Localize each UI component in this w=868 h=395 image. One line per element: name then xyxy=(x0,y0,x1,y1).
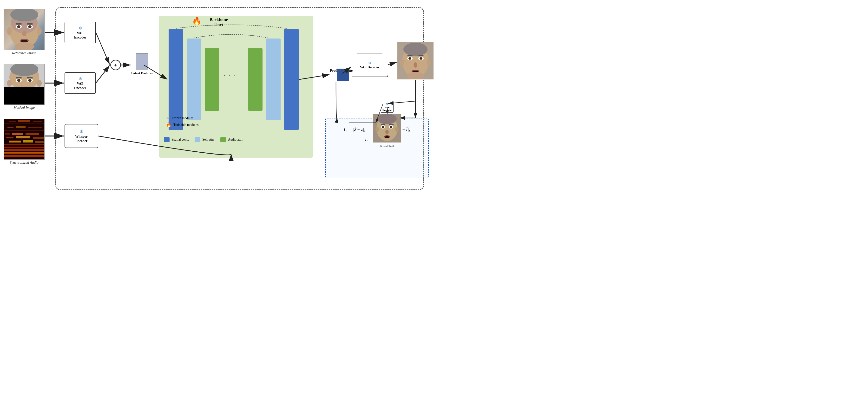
svg-point-25 xyxy=(37,80,42,87)
svg-rect-43 xyxy=(7,127,13,128)
masked-image-img xyxy=(4,64,44,105)
latent-rect xyxy=(136,54,148,70)
self-attn-label: Self attn. xyxy=(202,138,215,141)
svg-rect-49 xyxy=(33,121,42,122)
svg-rect-40 xyxy=(12,133,23,135)
svg-point-9 xyxy=(22,31,27,36)
masked-image-label: Masked Image xyxy=(13,106,35,110)
trainable-label: Trainable modules xyxy=(174,123,198,127)
dots-separator: · · · xyxy=(224,72,237,79)
unet-col-2 xyxy=(187,38,201,120)
svg-rect-45 xyxy=(28,127,42,128)
snowflake-icon-1: ❄ xyxy=(78,25,82,31)
plus-circle: + xyxy=(110,60,121,70)
svg-point-63 xyxy=(400,59,404,66)
svg-rect-44 xyxy=(16,126,26,128)
svg-rect-29 xyxy=(4,152,44,154)
svg-rect-23 xyxy=(27,77,33,78)
svg-point-62 xyxy=(407,72,424,79)
vae-encoder-1: ❄ VAEEncoder xyxy=(65,22,96,43)
spatial-conv-rect xyxy=(164,137,169,142)
module-legend: ❄ Frozen modules 🔥 Trainable modules xyxy=(166,116,198,128)
svg-rect-8 xyxy=(27,23,33,25)
audio-attn-legend: Audio attn. xyxy=(220,137,243,142)
color-legend: Spatial conv. Self attn. Audio attn. xyxy=(164,137,243,142)
vae-decoder: ❄ VAE Decoder xyxy=(352,53,388,77)
audio-attn-label: Audio attn. xyxy=(228,138,243,141)
svg-rect-32 xyxy=(4,144,44,145)
vae-encoder-small: ❄ VAEEncoder xyxy=(381,101,394,113)
svg-point-78 xyxy=(395,127,399,132)
svg-rect-37 xyxy=(16,136,30,138)
ground-truth-container: ❄ VAEEncoder Ground Truth xyxy=(373,101,401,147)
svg-point-70 xyxy=(382,126,384,128)
predicted-latent-rect xyxy=(337,69,349,80)
svg-rect-28 xyxy=(4,155,44,157)
svg-rect-36 xyxy=(6,137,13,138)
svg-rect-58 xyxy=(418,55,424,56)
svg-point-52 xyxy=(403,43,428,56)
frozen-label: Frozen modules xyxy=(172,116,193,120)
spatial-conv-legend: Spatial conv. xyxy=(164,137,189,142)
unet-col-1 xyxy=(168,29,183,130)
vae-encoder-2: ❄ VAEEncoder xyxy=(65,72,96,94)
vae-small-label: VAEEncoder xyxy=(382,106,392,112)
unet-col-6 xyxy=(284,29,299,130)
unet-col-3 xyxy=(205,48,219,111)
latent-features-label: Latent Features xyxy=(131,71,152,75)
masked-image-item: Masked Image xyxy=(4,64,44,110)
svg-rect-26 xyxy=(4,87,44,105)
svg-point-6 xyxy=(28,25,32,28)
output-face-img xyxy=(397,42,434,79)
svg-rect-13 xyxy=(20,45,28,50)
svg-rect-33 xyxy=(9,140,21,142)
svg-point-74 xyxy=(385,130,389,134)
whisper-encoder-label: WhisperEncoder xyxy=(75,135,87,143)
svg-rect-57 xyxy=(407,55,412,56)
snowflake-icon-decoder: ❄ xyxy=(368,61,371,65)
synchronized-audio-item: Synchronized Audio xyxy=(4,119,44,165)
svg-point-55 xyxy=(408,57,411,60)
svg-point-59 xyxy=(413,62,417,68)
vae-encoder-1-label: VAEEncoder xyxy=(74,31,87,40)
latent-features: Latent Features xyxy=(131,54,152,75)
reference-image-img xyxy=(4,9,44,50)
svg-rect-30 xyxy=(4,149,44,151)
synchronized-audio-img xyxy=(4,119,44,160)
unet-col-4 xyxy=(248,48,262,111)
svg-rect-22 xyxy=(16,77,22,78)
svg-point-64 xyxy=(427,59,431,66)
svg-rect-48 xyxy=(18,120,30,122)
reference-image-label: Reference Image xyxy=(12,51,36,55)
svg-point-14 xyxy=(7,27,12,35)
unet-col-5 xyxy=(266,38,281,120)
svg-point-56 xyxy=(420,57,423,60)
svg-rect-47 xyxy=(9,121,16,122)
audio-attn-rect xyxy=(220,137,226,142)
whisper-encoder: ❄ WhisperEncoder xyxy=(65,124,98,148)
svg-rect-42 xyxy=(4,130,44,131)
svg-point-67 xyxy=(377,113,397,124)
svg-rect-72 xyxy=(381,124,385,125)
spatial-conv-label: Spatial conv. xyxy=(172,138,189,141)
flame-icon: 🔥 xyxy=(192,17,202,26)
output-face-container xyxy=(397,42,434,80)
svg-rect-35 xyxy=(35,141,43,143)
svg-point-21 xyxy=(28,79,32,82)
vae-encoder-2-label: VAEEncoder xyxy=(74,81,87,90)
predicted-latent-container: Predicted Latent xyxy=(330,69,356,73)
svg-rect-39 xyxy=(5,133,10,135)
self-attn-legend: Self attn. xyxy=(195,137,215,142)
svg-point-71 xyxy=(390,126,392,128)
ground-truth-label: Ground Truth xyxy=(380,144,394,147)
diagram-container: Reference Image Ma xyxy=(0,0,434,197)
l1-formula: L1 = |ẑ − z|1 xyxy=(344,127,365,133)
backbone-label: BackboneUnet xyxy=(210,17,228,27)
synchronized-audio-label: Synchronized Audio xyxy=(10,161,38,165)
ground-truth-face xyxy=(373,113,401,143)
svg-rect-7 xyxy=(16,23,22,25)
svg-point-24 xyxy=(7,80,12,87)
snowflake-icon-3: ❄ xyxy=(80,129,84,135)
self-attn-rect xyxy=(195,137,200,142)
svg-rect-31 xyxy=(4,146,44,148)
